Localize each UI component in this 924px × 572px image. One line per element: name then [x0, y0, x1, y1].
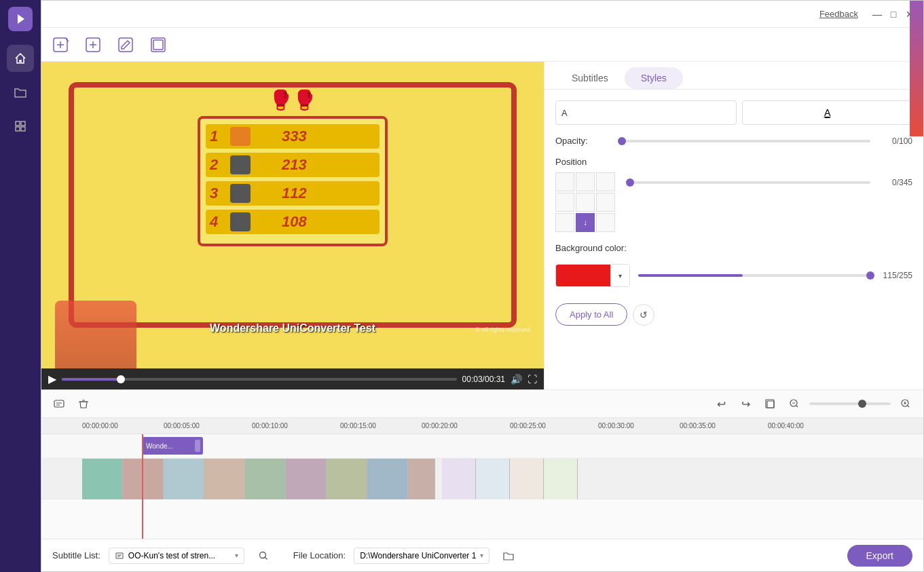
- timeline-cursor[interactable]: [142, 434, 143, 539]
- copy-frame-button[interactable]: [760, 394, 779, 413]
- feedback-link[interactable]: Feedback: [819, 9, 858, 19]
- svg-rect-2: [21, 121, 25, 126]
- opacity-row: Opacity: 0/100: [555, 136, 912, 146]
- pos-cell-tc[interactable]: [576, 172, 595, 191]
- toolbar-layout-icon[interactable]: [147, 34, 169, 56]
- sidebar-item-tools[interactable]: [7, 113, 34, 140]
- redo-button[interactable]: ↪: [736, 394, 755, 413]
- apply-row: Apply to All ↺: [555, 303, 912, 326]
- export-button[interactable]: Export: [847, 545, 912, 567]
- thumb-5: [245, 459, 286, 499]
- subtitle-select-arrow: ▾: [235, 552, 238, 559]
- folder-button[interactable]: [498, 545, 519, 567]
- thumb-7: [327, 459, 367, 499]
- ruler-mark-4: 00:00:20:00: [422, 422, 458, 430]
- sidebar-item-folder[interactable]: [7, 79, 34, 106]
- main-window: Feedback — □ ✕: [41, 0, 924, 572]
- file-path-arrow: ▾: [480, 552, 483, 559]
- ruler-mark-3: 00:00:15:00: [340, 422, 376, 430]
- reset-button[interactable]: ↺: [633, 304, 654, 326]
- zoom-in-button[interactable]: [896, 394, 915, 413]
- pos-cell-tl[interactable]: [555, 172, 574, 191]
- apply-to-all-button[interactable]: Apply to All: [555, 303, 627, 326]
- video-track: [41, 459, 923, 499]
- tab-styles[interactable]: Styles: [625, 67, 683, 89]
- file-path-select[interactable]: D:\Wondershare UniConverter 1 ▾: [354, 548, 489, 564]
- thumb-6: [286, 459, 327, 499]
- zoom-out-button[interactable]: [785, 394, 804, 413]
- pos-cell-bc[interactable]: ↓: [576, 213, 595, 232]
- thumb-11: [476, 459, 510, 499]
- svg-rect-10: [54, 400, 64, 407]
- color-dropdown-arrow[interactable]: ▾: [610, 265, 629, 286]
- position-grid: ↓: [555, 172, 615, 232]
- timeline-tracks: Wonde...: [41, 434, 923, 539]
- subtitle-icon: [115, 551, 124, 560]
- file-location-label: File Location:: [293, 550, 346, 560]
- time-display: 00:03/00:31: [462, 375, 505, 384]
- score-row-3: 3 112: [206, 181, 380, 206]
- bg-color-label: Background color:: [555, 243, 627, 253]
- position-value: 0/345: [879, 178, 912, 187]
- thumb-3: [164, 459, 204, 499]
- thumb-12: [510, 459, 544, 499]
- search-button[interactable]: [253, 545, 274, 567]
- pos-cell-mr[interactable]: [596, 193, 615, 212]
- progress-bar[interactable]: [62, 378, 457, 381]
- thumb-4: [204, 459, 245, 499]
- svg-rect-9: [153, 40, 163, 50]
- ruler-mark-0: 00:00:00:00: [82, 422, 118, 430]
- sidebar-item-home[interactable]: [7, 45, 34, 72]
- bg-color-controls: ▾ 115/255: [555, 264, 912, 287]
- pos-cell-bl[interactable]: [555, 213, 574, 232]
- svg-rect-12: [767, 401, 774, 408]
- opacity-slider[interactable]: [618, 140, 870, 142]
- svg-marker-0: [18, 14, 24, 24]
- toolbar-edit-icon[interactable]: [115, 34, 136, 56]
- pos-cell-mc[interactable]: [576, 193, 595, 212]
- fullscreen-icon[interactable]: ⛶: [528, 374, 537, 385]
- bg-opacity-slider[interactable]: [638, 274, 870, 277]
- minimize-button[interactable]: —: [872, 9, 883, 20]
- svg-rect-3: [16, 127, 20, 131]
- ruler-mark-2: 00:00:10:00: [252, 422, 288, 430]
- pos-cell-br[interactable]: [596, 213, 615, 232]
- toolbar-add-icon[interactable]: [82, 34, 104, 56]
- opacity-value: 0/100: [879, 136, 912, 146]
- svg-rect-4: [21, 127, 25, 131]
- pos-cell-tr[interactable]: [596, 172, 615, 191]
- font-underline-btn[interactable]: A̲: [742, 100, 912, 125]
- subtitle-clip[interactable]: Wonde...: [142, 437, 203, 455]
- video-controls: ▶ 00:03/00:31 🔊 ⛶: [41, 368, 544, 389]
- panel-tabs: Subtitles Styles: [544, 62, 923, 90]
- video-placeholder: 🥊🥊 1 333 2: [41, 62, 544, 368]
- play-button[interactable]: ▶: [48, 373, 56, 385]
- video-thumbnails: [82, 459, 578, 499]
- tab-subtitles[interactable]: Subtitles: [555, 67, 625, 89]
- color-picker-button[interactable]: ▾: [555, 264, 630, 287]
- clip-drag-handle[interactable]: [195, 440, 200, 452]
- opacity-label: Opacity:: [555, 136, 610, 146]
- color-swatch: [556, 265, 610, 286]
- toolbar-new-icon[interactable]: [50, 34, 71, 56]
- subtitle-select[interactable]: OO-Kun's test of stren... ▾: [109, 548, 244, 564]
- font-preview[interactable]: A: [555, 100, 737, 125]
- score-row-2: 2 213: [206, 153, 380, 177]
- pos-cell-ml[interactable]: [555, 193, 574, 212]
- zoom-slider[interactable]: [809, 402, 891, 405]
- score-row-1: 1 333: [206, 124, 380, 149]
- delete-tool-icon[interactable]: [74, 394, 93, 413]
- ruler-mark-1: 00:00:05:00: [164, 422, 200, 430]
- ruler-mark-5: 00:00:25:00: [510, 422, 546, 430]
- upper-area: 🥊🥊 1 333 2: [41, 62, 923, 389]
- volume-icon[interactable]: 🔊: [511, 374, 522, 385]
- position-section: Position: [555, 157, 912, 232]
- main-area: 🥊🥊 1 333 2: [41, 62, 923, 571]
- undo-button[interactable]: ↩: [712, 394, 731, 413]
- maximize-button[interactable]: □: [888, 9, 899, 20]
- thumb-1: [82, 459, 123, 499]
- bg-opacity-value: 115/255: [879, 271, 912, 280]
- subtitle-tool-icon[interactable]: [50, 394, 69, 413]
- file-path-value: D:\Wondershare UniConverter 1: [360, 551, 476, 560]
- position-slider[interactable]: [626, 181, 870, 184]
